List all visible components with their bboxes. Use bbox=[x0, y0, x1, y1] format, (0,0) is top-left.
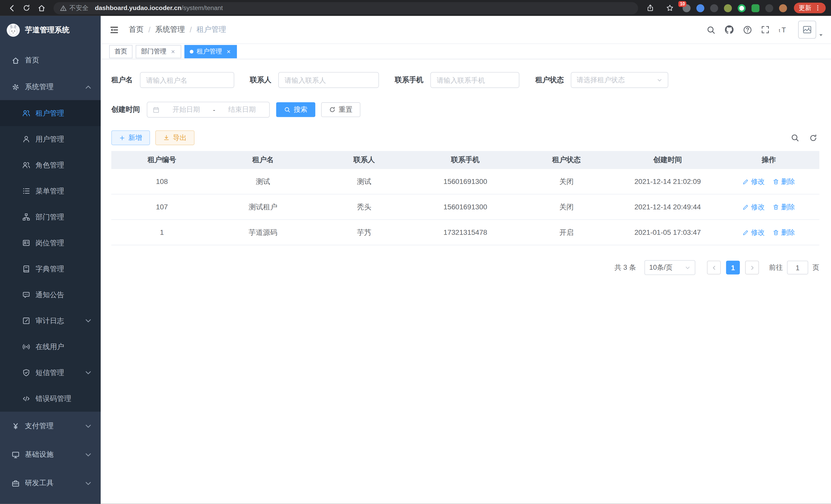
cell-tenant-id: 1 bbox=[111, 228, 212, 236]
github-icon[interactable] bbox=[724, 25, 734, 34]
sidebar-item-user-management[interactable]: 用户管理 bbox=[0, 126, 101, 152]
column-header: 操作 bbox=[718, 155, 820, 165]
page-size-select[interactable]: 10条/页 bbox=[644, 260, 695, 275]
tab-dept-management[interactable]: 部门管理 bbox=[136, 45, 181, 58]
extension-icon[interactable] bbox=[710, 3, 719, 12]
extension-icon[interactable] bbox=[723, 3, 732, 12]
breadcrumb-system[interactable]: 系统管理 bbox=[155, 25, 185, 34]
gear-icon bbox=[11, 83, 20, 91]
sidebar-item-tenant-management[interactable]: 租户管理 bbox=[0, 100, 101, 126]
logo-rabbit-icon bbox=[6, 23, 20, 37]
chevron-down-icon bbox=[84, 422, 92, 430]
extension-icon[interactable] bbox=[751, 3, 760, 12]
toggle-search-icon[interactable] bbox=[791, 134, 799, 142]
reset-button[interactable]: 重置 bbox=[321, 102, 361, 117]
extension-icon[interactable] bbox=[737, 3, 746, 12]
tab-tenant-management[interactable]: 租户管理 bbox=[184, 45, 237, 58]
menu-list-icon bbox=[22, 187, 30, 195]
sidebar-item-home[interactable]: 首页 bbox=[0, 47, 101, 74]
chevron-down-icon bbox=[84, 369, 92, 377]
browser-chrome: 不安全 dashboard.yudao.iocoder.cn/system/te… bbox=[0, 0, 831, 16]
status-select[interactable]: 请选择租户状态 bbox=[571, 72, 668, 88]
sidebar-item-online-users[interactable]: 在线用户 bbox=[0, 334, 101, 360]
status-label: 租户状态 bbox=[535, 75, 564, 85]
trash-icon bbox=[773, 178, 779, 185]
table-toolbar: 新增 导出 bbox=[111, 130, 820, 145]
goto-unit-label: 页 bbox=[812, 263, 820, 272]
extension-icon[interactable] bbox=[765, 3, 774, 12]
sidebar-item-infrastructure[interactable]: 基础设施 bbox=[0, 440, 101, 469]
breadcrumb-home[interactable]: 首页 bbox=[129, 25, 144, 34]
book-icon bbox=[22, 265, 30, 273]
app-title: 芋道管理系统 bbox=[25, 25, 69, 35]
search-icon[interactable] bbox=[706, 25, 715, 34]
sidebar-collapse-icon[interactable] bbox=[110, 25, 119, 34]
breadcrumb-current: 租户管理 bbox=[197, 25, 226, 34]
tags-view: 首页 部门管理 租户管理 bbox=[101, 44, 831, 59]
sidebar-item-announcement[interactable]: 通知公告 bbox=[0, 282, 101, 308]
sidebar-item-error-code[interactable]: 错误码管理 bbox=[0, 386, 101, 412]
edit-link[interactable]: 修改 bbox=[743, 202, 765, 212]
page-number-current[interactable]: 1 bbox=[726, 261, 740, 275]
close-icon[interactable] bbox=[170, 48, 176, 55]
breadcrumb-separator: / bbox=[148, 25, 150, 34]
browser-update-button[interactable]: 更新 bbox=[794, 3, 826, 13]
online-users-icon bbox=[22, 343, 30, 351]
sidebar-item-role-management[interactable]: 角色管理 bbox=[0, 152, 101, 178]
export-button[interactable]: 导出 bbox=[155, 130, 195, 145]
prev-page-button[interactable] bbox=[707, 261, 721, 275]
contact-label: 联系人 bbox=[250, 75, 271, 85]
cell-status: 关闭 bbox=[516, 177, 617, 186]
delete-link[interactable]: 删除 bbox=[773, 202, 795, 212]
tenant-name-input[interactable] bbox=[140, 72, 234, 88]
search-button[interactable]: 搜索 bbox=[276, 102, 316, 117]
date-range-picker[interactable]: 开始日期 - 结束日期 bbox=[147, 102, 270, 118]
refresh-table-icon[interactable] bbox=[809, 134, 817, 142]
edit-link[interactable]: 修改 bbox=[743, 228, 765, 237]
help-icon[interactable] bbox=[743, 25, 752, 34]
profile-avatar[interactable] bbox=[779, 3, 787, 12]
tenants-icon bbox=[22, 109, 30, 117]
extension-icon[interactable]: 10 bbox=[682, 3, 691, 12]
infrastructure-icon bbox=[11, 451, 20, 458]
user-menu[interactable] bbox=[798, 21, 824, 38]
close-icon[interactable] bbox=[225, 48, 232, 55]
sidebar-item-devtools[interactable]: 研发工具 bbox=[0, 469, 101, 497]
table-row: 107 测试租户 秃头 15601691300 关闭 2021-12-14 20… bbox=[111, 195, 820, 220]
browser-home-button[interactable] bbox=[35, 2, 48, 14]
sidebar-item-sms-management[interactable]: 短信管理 bbox=[0, 360, 101, 386]
delete-link[interactable]: 删除 bbox=[773, 228, 795, 237]
edit-link[interactable]: 修改 bbox=[743, 177, 765, 186]
sidebar-item-dict-management[interactable]: 字典管理 bbox=[0, 256, 101, 282]
sidebar-item-dept-management[interactable]: 部门管理 bbox=[0, 204, 101, 230]
tab-home[interactable]: 首页 bbox=[109, 45, 133, 58]
contact-input[interactable] bbox=[278, 72, 379, 88]
add-button[interactable]: 新增 bbox=[111, 130, 150, 145]
address-bar[interactable]: 不安全 dashboard.yudao.iocoder.cn/system/te… bbox=[53, 2, 638, 14]
cell-status: 关闭 bbox=[516, 202, 617, 212]
delete-link[interactable]: 删除 bbox=[773, 177, 795, 186]
extension-icon[interactable] bbox=[696, 3, 705, 12]
system-management-submenu: 租户管理 用户管理 角色管理 菜单管理 部门管理 bbox=[0, 100, 101, 412]
sidebar-item-menu-management[interactable]: 菜单管理 bbox=[0, 178, 101, 204]
fullscreen-icon[interactable] bbox=[761, 25, 770, 34]
avatar[interactable] bbox=[798, 21, 816, 38]
sidebar-item-post-management[interactable]: 岗位管理 bbox=[0, 230, 101, 256]
sidebar-item-payment[interactable]: 支付管理 bbox=[0, 412, 101, 440]
browser-back-button[interactable] bbox=[5, 2, 18, 14]
error-code-icon bbox=[22, 395, 30, 403]
bookmark-star-icon[interactable] bbox=[663, 2, 676, 14]
url-domain: dashboard.yudao.iocoder.cn bbox=[95, 4, 181, 12]
share-icon[interactable] bbox=[644, 2, 657, 14]
phone-input[interactable] bbox=[430, 72, 520, 88]
caret-down-icon[interactable] bbox=[819, 32, 824, 38]
app-logo[interactable]: 芋道管理系统 bbox=[0, 16, 101, 44]
cell-created: 2021-12-14 20:49:44 bbox=[617, 203, 718, 211]
font-size-icon[interactable] bbox=[779, 25, 787, 34]
sidebar-item-system-management[interactable]: 系统管理 bbox=[0, 74, 101, 100]
sidebar-item-audit-log[interactable]: 审计日志 bbox=[0, 308, 101, 334]
goto-page-input[interactable] bbox=[787, 261, 808, 275]
next-page-button[interactable] bbox=[745, 261, 759, 275]
browser-reload-button[interactable] bbox=[20, 2, 33, 14]
browser-menu-icon[interactable] bbox=[814, 5, 821, 11]
